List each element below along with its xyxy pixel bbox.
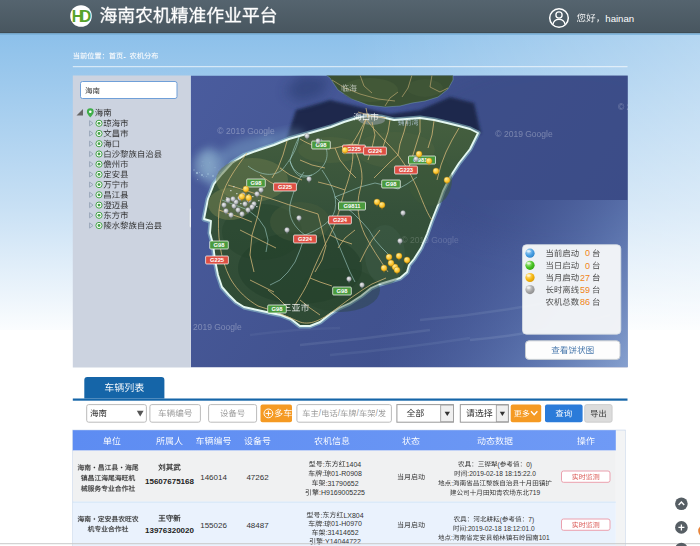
svg-text::31790652: :31790652: [326, 480, 359, 487]
svg-text::: :: [323, 461, 325, 468]
svg-text:146014: 146014: [200, 473, 227, 482]
svg-text:G224: G224: [333, 217, 348, 223]
svg-text:48487: 48487: [246, 521, 269, 530]
svg-text:86: 86: [580, 297, 590, 307]
svg-text:© 2019 Google: © 2019 Google: [495, 129, 553, 139]
svg-text::31414652: :31414652: [326, 529, 359, 536]
svg-text:01-H0970: 01-H0970: [331, 520, 362, 527]
svg-text:G98: G98: [337, 288, 349, 294]
svg-text:G98: G98: [251, 180, 263, 186]
svg-text::2019-02-18 18:15:22.0: :2019-02-18 18:15:22.0: [467, 470, 536, 477]
svg-text:© 2019 Google: © 2019 Google: [217, 126, 275, 136]
svg-text:7): 7): [528, 516, 534, 524]
svg-text:0: 0: [585, 261, 590, 271]
svg-text:© 2019 Google: © 2019 Google: [401, 235, 459, 245]
svg-text:G224: G224: [368, 148, 383, 154]
svg-text:G224: G224: [298, 236, 313, 242]
svg-text:47262: 47262: [246, 473, 269, 482]
svg-text:G98: G98: [272, 306, 284, 312]
svg-text:155026: 155026: [200, 521, 227, 530]
svg-text:hainan: hainan: [605, 13, 634, 24]
svg-text:G9811: G9811: [343, 203, 361, 209]
svg-text:G225: G225: [210, 257, 225, 263]
svg-text::: :: [322, 520, 324, 527]
svg-text:15607675168: 15607675168: [145, 477, 194, 486]
svg-text:01-R0908: 01-R0908: [331, 470, 362, 477]
svg-text:© 2019 Google: © 2019 Google: [184, 322, 242, 332]
svg-text:0): 0): [526, 461, 532, 469]
svg-text:13976320020: 13976320020: [145, 526, 194, 535]
svg-text:101: 101: [539, 534, 550, 541]
svg-text:719: 719: [529, 489, 540, 496]
svg-text:G225: G225: [278, 184, 293, 190]
svg-text:59: 59: [580, 285, 590, 295]
svg-text:0: 0: [585, 248, 590, 258]
svg-text::: :: [320, 512, 322, 519]
svg-text::2019-02-18 18:12:01.0: :2019-02-18 18:12:01.0: [466, 525, 535, 532]
svg-text:G225: G225: [347, 146, 362, 152]
svg-text:G98: G98: [214, 242, 226, 248]
svg-text:G98: G98: [386, 181, 398, 187]
svg-text::: :: [451, 534, 453, 541]
svg-text::H9169005225: :H9169005225: [319, 489, 365, 496]
svg-text:LX804: LX804: [343, 512, 363, 519]
svg-text:27: 27: [580, 273, 590, 283]
svg-text::: :: [322, 470, 324, 477]
svg-text:1404: 1404: [346, 461, 362, 468]
svg-text:G223: G223: [399, 167, 414, 173]
svg-text::: :: [451, 480, 453, 487]
